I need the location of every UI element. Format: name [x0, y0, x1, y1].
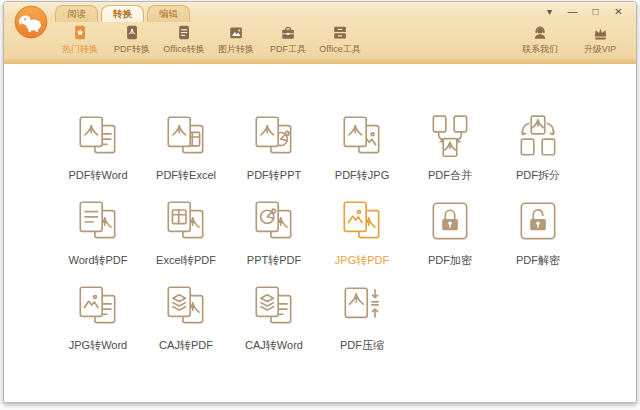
toolbar-item-label: Office工具 [319, 43, 360, 56]
window-controls: ▾—□✕ [543, 5, 625, 18]
grid-item-label: CAJ转Word [245, 338, 303, 353]
tab-edit[interactable]: 编辑 [147, 5, 190, 22]
minimize-button[interactable]: — [566, 5, 579, 18]
toolbar-item-hot-convert[interactable]: 热门转换 [56, 23, 104, 57]
toolbar-item-pdf-convert[interactable]: PDF转换 [108, 23, 156, 57]
conversion-grid: PDF转Word PDF转Excel PDF转PPT PDF转JPG PDF合并… [54, 112, 636, 367]
grid-item-label: PDF转PPT [247, 168, 301, 183]
tab-convert[interactable]: 转换 [101, 5, 144, 22]
pdf-compress-icon [337, 282, 387, 332]
grid-item-excel-to-pdf[interactable]: Excel转PDF [142, 197, 230, 282]
grid-item-word-to-pdf[interactable]: Word转PDF [54, 197, 142, 282]
grid-item-label: Excel转PDF [156, 253, 216, 268]
pdf-decrypt-icon [513, 197, 563, 247]
toolbar-item-upgrade-vip[interactable]: 升级VIP [576, 23, 624, 57]
grid-item-pdf-to-jpg[interactable]: PDF转JPG [318, 112, 406, 197]
grid-item-pdf-to-ppt[interactable]: PDF转PPT [230, 112, 318, 197]
doc-lines-icon [176, 24, 193, 41]
grid-item-caj-to-word[interactable]: CAJ转Word [230, 282, 318, 367]
toolbar-item-image-convert[interactable]: 图片转换 [212, 23, 260, 57]
briefcase-icon [280, 24, 297, 41]
pdf-to-jpg-icon [337, 112, 387, 162]
toolbar-right-group: 联系我们升级VIP [516, 23, 624, 57]
toolbar-item-label: PDF转换 [114, 43, 150, 56]
grid-item-label: PDF解密 [516, 253, 560, 268]
toolbar-item-office-tools[interactable]: Office工具 [316, 23, 364, 57]
content-area: PDF转Word PDF转Excel PDF转PPT PDF转JPG PDF合并… [4, 64, 636, 402]
pdf-encrypt-icon [425, 197, 475, 247]
pdf-merge-icon [425, 112, 475, 162]
grid-item-jpg-to-pdf[interactable]: JPG转PDF [318, 197, 406, 282]
toolbar-item-contact-us[interactable]: 联系我们 [516, 23, 564, 57]
caj-to-word-icon [249, 282, 299, 332]
pdf-to-ppt-icon [249, 112, 299, 162]
grid-item-pdf-to-word[interactable]: PDF转Word [54, 112, 142, 197]
grid-item-label: JPG转Word [69, 338, 127, 353]
grid-item-label: PPT转PDF [247, 253, 301, 268]
ppt-to-pdf-icon [249, 197, 299, 247]
tab-read[interactable]: 阅读 [55, 5, 98, 22]
grid-item-pdf-split[interactable]: PDF拆分 [494, 112, 582, 197]
grid-item-pdf-compress[interactable]: PDF压缩 [318, 282, 406, 367]
close-button[interactable]: ✕ [612, 5, 625, 18]
grid-item-label: PDF转Excel [156, 168, 216, 183]
toolbar-item-label: 热门转换 [62, 43, 98, 56]
elephant-mascot-icon[interactable] [14, 5, 48, 39]
grid-item-jpg-to-word[interactable]: JPG转Word [54, 282, 142, 367]
grid-item-pdf-to-excel[interactable]: PDF转Excel [142, 112, 230, 197]
image-icon [228, 24, 245, 41]
grid-item-label: PDF加密 [428, 253, 472, 268]
jpg-to-word-icon [73, 282, 123, 332]
toolbar-item-label: Office转换 [163, 43, 204, 56]
grid-item-pdf-encrypt[interactable]: PDF加密 [406, 197, 494, 282]
word-to-pdf-icon [73, 197, 123, 247]
caj-to-pdf-icon [161, 282, 211, 332]
maximize-button[interactable]: □ [589, 5, 602, 18]
toolbar-left-group: 热门转换PDF转换Office转换图片转换PDF工具Office工具 [56, 23, 364, 57]
grid-item-ppt-to-pdf[interactable]: PPT转PDF [230, 197, 318, 282]
headset-icon [532, 24, 549, 41]
toolbar-item-office-convert[interactable]: Office转换 [160, 23, 208, 57]
jpg-to-pdf-icon [337, 197, 387, 247]
grid-item-label: JPG转PDF [335, 253, 389, 268]
pdf-split-icon [513, 112, 563, 162]
tab-bar: 阅读转换编辑 [55, 4, 193, 22]
grid-item-label: PDF合并 [428, 168, 472, 183]
toolbar-item-label: 联系我们 [522, 43, 558, 56]
toolbar: 热门转换PDF转换Office转换图片转换PDF工具Office工具 联系我们升… [4, 22, 636, 58]
pdf-to-word-icon [73, 112, 123, 162]
grid-item-label: PDF转Word [68, 168, 127, 183]
excel-to-pdf-icon [161, 197, 211, 247]
toolbar-item-pdf-tools[interactable]: PDF工具 [264, 23, 312, 57]
doc-star-icon [72, 24, 89, 41]
grid-item-label: PDF压缩 [340, 338, 384, 353]
drawers-icon [332, 24, 349, 41]
crown-icon [592, 24, 609, 41]
grid-item-label: PDF拆分 [516, 168, 560, 183]
toolbar-item-label: 升级VIP [584, 43, 617, 56]
grid-item-label: Word转PDF [68, 253, 127, 268]
titlebar: 阅读转换编辑 ▾—□✕ [4, 2, 636, 22]
grid-item-label: PDF转JPG [335, 168, 389, 183]
grid-item-caj-to-pdf[interactable]: CAJ转PDF [142, 282, 230, 367]
app-window: 阅读转换编辑 ▾—□✕ 热门转换PDF转换Office转换图片转换PDF工具Of… [3, 1, 637, 403]
doc-pdf-icon [124, 24, 141, 41]
toolbar-item-label: 图片转换 [218, 43, 254, 56]
grid-item-pdf-merge[interactable]: PDF合并 [406, 112, 494, 197]
grid-item-pdf-decrypt[interactable]: PDF解密 [494, 197, 582, 282]
pdf-to-excel-icon [161, 112, 211, 162]
skin-menu-button[interactable]: ▾ [543, 5, 556, 18]
toolbar-item-label: PDF工具 [270, 43, 306, 56]
grid-item-label: CAJ转PDF [159, 338, 213, 353]
